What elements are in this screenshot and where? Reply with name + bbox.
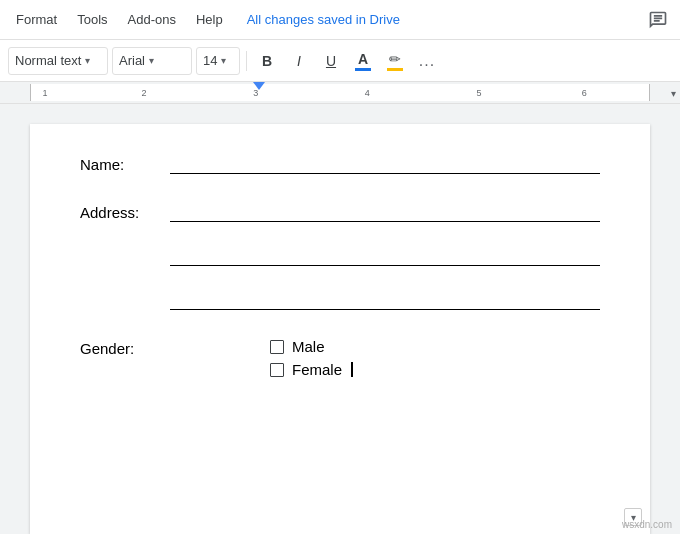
gender-male-option: Male <box>270 338 353 355</box>
italic-button[interactable]: I <box>285 47 313 75</box>
font-color-bar <box>355 68 371 71</box>
male-label: Male <box>292 338 325 355</box>
style-select-value: Normal text <box>15 53 81 68</box>
text-cursor <box>351 362 353 377</box>
address-field: Address: <box>80 202 600 310</box>
font-chevron-icon: ▾ <box>149 55 154 66</box>
font-color-icon: A <box>355 51 371 71</box>
ruler: 1 2 3 4 5 6 ▾ <box>0 82 680 104</box>
ruler-num-6: 6 <box>582 88 587 98</box>
ruler-numbers: 1 2 3 4 5 6 <box>30 82 650 103</box>
style-select[interactable]: Normal text ▾ <box>8 47 108 75</box>
font-size-select[interactable]: 14 ▾ <box>196 47 240 75</box>
menu-tools[interactable]: Tools <box>69 6 115 33</box>
font-select[interactable]: Arial ▾ <box>112 47 192 75</box>
font-select-value: Arial <box>119 53 145 68</box>
size-chevron-icon: ▾ <box>221 55 226 66</box>
menu-help[interactable]: Help <box>188 6 231 33</box>
watermark: wsxdn.com <box>622 519 672 530</box>
menu-items: Format Tools Add-ons Help All changes sa… <box>8 6 644 33</box>
female-checkbox[interactable] <box>270 363 284 377</box>
ruler-num-1: 1 <box>42 88 47 98</box>
toolbar: Normal text ▾ Arial ▾ 14 ▾ B I U A ✏ ... <box>0 40 680 82</box>
gender-label: Gender: <box>80 338 170 357</box>
font-size-value: 14 <box>203 53 217 68</box>
ruler-num-2: 2 <box>142 88 147 98</box>
underline-button[interactable]: U <box>317 47 345 75</box>
address-line-2[interactable] <box>170 246 600 266</box>
highlight-icon: ✏ <box>387 51 403 71</box>
name-label: Name: <box>80 154 170 173</box>
name-input-area <box>170 154 600 174</box>
ruler-num-5: 5 <box>476 88 481 98</box>
male-checkbox[interactable] <box>270 340 284 354</box>
ruler-num-4: 4 <box>365 88 370 98</box>
comments-icon[interactable] <box>644 6 672 34</box>
toolbar-divider-1 <box>246 51 247 71</box>
menu-format[interactable]: Format <box>8 6 65 33</box>
document-page: Name: Address: Gender: Male <box>30 124 650 534</box>
menu-addons[interactable]: Add-ons <box>120 6 184 33</box>
gender-options: Male Female <box>270 338 353 378</box>
bold-button[interactable]: B <box>253 47 281 75</box>
ruler-collapse-icon[interactable]: ▾ <box>671 87 676 98</box>
gender-field: Gender: Male Female <box>80 338 600 378</box>
page-area: Name: Address: Gender: Male <box>0 104 680 534</box>
address-input-area <box>170 202 600 310</box>
saved-status: All changes saved in Drive <box>247 12 400 27</box>
style-chevron-icon: ▾ <box>85 55 90 66</box>
address-line-3[interactable] <box>170 290 600 310</box>
ruler-marker <box>253 82 265 90</box>
font-color-button[interactable]: A <box>349 47 377 75</box>
female-label: Female <box>292 361 342 378</box>
name-line[interactable] <box>170 154 600 174</box>
highlight-button[interactable]: ✏ <box>381 47 409 75</box>
address-label: Address: <box>80 202 170 221</box>
menu-bar: Format Tools Add-ons Help All changes sa… <box>0 0 680 40</box>
highlight-color-bar <box>387 68 403 71</box>
address-line-1[interactable] <box>170 202 600 222</box>
more-options-button[interactable]: ... <box>413 47 441 75</box>
name-field: Name: <box>80 154 600 174</box>
gender-female-option: Female <box>270 361 353 378</box>
